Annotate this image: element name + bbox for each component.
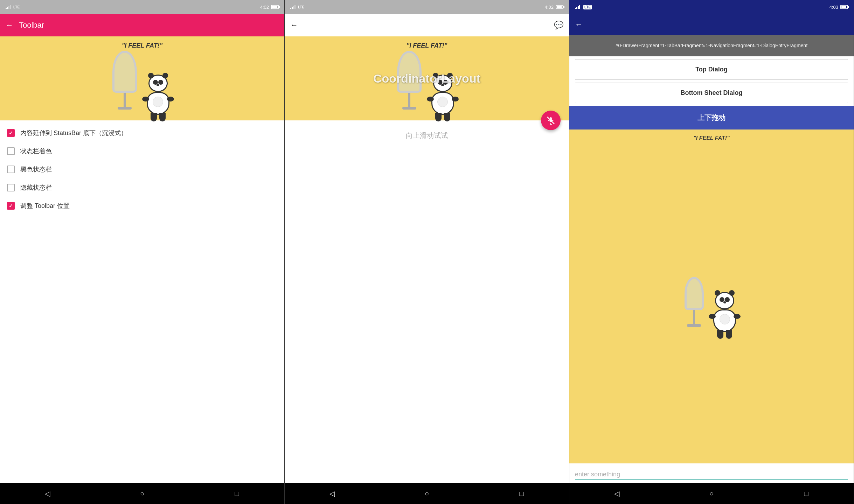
panda-ear-left <box>148 73 154 78</box>
panda-arm-left-3 <box>709 314 716 319</box>
bottom-sheet-dialog-button[interactable]: Bottom Sheet Dialog <box>575 83 848 103</box>
panda-leg-left-3 <box>717 330 723 339</box>
signal-icon <box>6 5 11 9</box>
mirror-group-3 <box>685 277 704 327</box>
panda-body <box>147 92 169 115</box>
nav-recent-3[interactable]: □ <box>799 486 813 500</box>
mirror-2 <box>397 51 422 93</box>
panda-head-3 <box>715 292 734 309</box>
fragment-path-text: #0-DrawerFragment#1-TabBarFragment#1-Nav… <box>616 43 808 48</box>
panel3-top: LTE 4:03 ← #0-DrawerFragment#1-TabBarFra… <box>569 0 854 130</box>
lte-badge-3: LTE <box>583 5 592 9</box>
panda-belly-3 <box>720 314 730 324</box>
status-time-3: 4:03 <box>829 5 838 10</box>
mirror-stand <box>124 93 126 107</box>
nav-back-2[interactable]: ◁ <box>325 486 339 500</box>
panda-leg-right-3 <box>726 330 732 339</box>
spacer-2 <box>285 151 569 483</box>
back-button-2[interactable]: ← <box>290 21 298 30</box>
panda-body-2 <box>431 92 454 115</box>
checkbox-3[interactable] <box>7 184 15 191</box>
back-button-1[interactable]: ← <box>6 21 13 30</box>
panel-toolbar: LTE 4:02 ← Toolbar "I FEEL FAT!" <box>0 0 285 504</box>
feel-fat-text-3: "I FEEL FAT!" <box>693 135 729 141</box>
panda-scene-1 <box>112 51 172 117</box>
fab-button[interactable] <box>541 111 561 130</box>
nav-home-2[interactable]: ○ <box>420 486 434 500</box>
mirror-base-2 <box>402 107 416 110</box>
status-bar-3: LTE 4:03 <box>569 0 854 14</box>
checkbox-1[interactable] <box>7 147 15 155</box>
mirror-3 <box>685 277 704 310</box>
top-dialog-button[interactable]: Top Dialog <box>575 59 848 80</box>
checkbox-item-3[interactable]: 隐藏状态栏 <box>7 183 277 192</box>
nav-back-3[interactable]: ◁ <box>610 486 624 500</box>
mirror-base-3 <box>687 324 701 327</box>
svg-rect-0 <box>6 8 7 9</box>
svg-rect-12 <box>575 8 576 9</box>
mirror-stand-2 <box>408 93 410 107</box>
status-bar-1: LTE 4:02 <box>0 0 284 14</box>
drag-handle-area[interactable]: 上下拖动 <box>569 106 854 130</box>
panda-nose-3 <box>723 301 726 303</box>
panda <box>144 75 172 117</box>
nav-home-1[interactable]: ○ <box>135 486 149 500</box>
svg-rect-2 <box>8 6 9 9</box>
mirror-group <box>112 51 137 110</box>
nav-home-3[interactable]: ○ <box>704 486 718 500</box>
status-right-3: 4:03 <box>829 5 848 10</box>
status-left-2: LTE <box>290 5 304 9</box>
svg-rect-15 <box>579 5 580 9</box>
enter-something-input[interactable] <box>575 469 848 480</box>
checkbox-item-1[interactable]: 状态栏着色 <box>7 147 277 155</box>
panda-ear-right-3 <box>729 290 735 296</box>
checkbox-list: 内容延伸到 StatusBar 底下（沉浸式） 状态栏着色 黑色状态栏 隐藏状态… <box>0 120 284 218</box>
svg-rect-13 <box>576 7 577 9</box>
mic-off-icon <box>547 116 555 125</box>
mirror-group-2 <box>397 51 422 110</box>
checkbox-2[interactable] <box>7 166 15 173</box>
panda-leg-right-2 <box>444 113 450 121</box>
panda-nose <box>157 84 159 86</box>
panda-2 <box>429 75 457 117</box>
swipe-hint: 向上滑动试试 <box>285 120 569 151</box>
panda-body-3 <box>713 309 736 332</box>
nav-recent-1[interactable]: □ <box>230 486 244 500</box>
spacer-1 <box>0 218 284 483</box>
panel3-layout: LTE 4:03 ← #0-DrawerFragment#1-TabBarFra… <box>569 0 854 504</box>
checkbox-item-0[interactable]: 内容延伸到 StatusBar 底下（沉浸式） <box>7 129 277 137</box>
panda-scene-2 <box>397 51 457 117</box>
panda-ear-left-2 <box>433 73 438 78</box>
checkbox-item-4[interactable]: 调整 Toolbar 位置 <box>7 202 277 210</box>
drag-label: 上下拖动 <box>697 114 725 121</box>
toolbar-1: ← Toolbar <box>0 14 284 36</box>
panda-ear-right-2 <box>447 73 453 78</box>
checkbox-item-2[interactable]: 黑色状态栏 <box>7 165 277 174</box>
nav-back-1[interactable]: ◁ <box>40 486 54 500</box>
back-button-3[interactable]: ← <box>575 20 583 29</box>
feel-fat-text-2: "I FEEL FAT!" <box>407 42 447 49</box>
yellow-area-2: "I FEEL FAT!" <box>285 36 569 120</box>
toolbar-3: ← <box>569 14 854 35</box>
panda-arm-left-2 <box>427 97 434 102</box>
checkbox-label-3: 隐藏状态栏 <box>20 183 52 192</box>
mirror-stand-3 <box>693 310 695 324</box>
panda-belly-2 <box>437 97 448 107</box>
panda-head-2 <box>433 75 452 92</box>
svg-rect-9 <box>550 117 552 122</box>
status-left-3: LTE <box>575 5 592 9</box>
svg-rect-6 <box>293 6 294 9</box>
status-right-2: 4:02 <box>545 5 563 10</box>
checkbox-4[interactable] <box>7 202 15 210</box>
toolbar-2: ← 💬 <box>285 14 569 36</box>
panda-3 <box>711 292 739 334</box>
checkbox-0[interactable] <box>7 129 15 137</box>
panda-arm-right <box>167 97 174 102</box>
battery-fill-1 <box>272 6 277 8</box>
nav-recent-2[interactable]: □ <box>515 486 529 500</box>
svg-rect-14 <box>578 6 579 9</box>
panda-ear-left-3 <box>715 290 720 296</box>
status-time-1: 4:02 <box>260 5 269 10</box>
chat-icon-2[interactable]: 💬 <box>554 21 563 30</box>
svg-rect-3 <box>10 5 11 9</box>
